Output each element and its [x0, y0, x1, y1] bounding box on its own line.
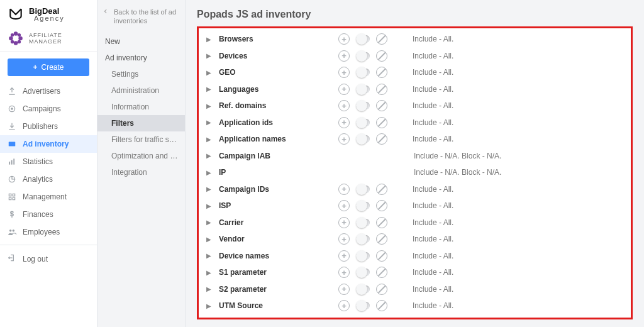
chevron-right-icon: ▶ — [205, 269, 213, 276]
svg-point-20 — [13, 230, 14, 232]
add-icon[interactable]: + — [338, 133, 350, 145]
add-icon[interactable]: + — [338, 200, 350, 211]
secondary-nav: Back to the list of ad inventories NewAd… — [97, 0, 186, 327]
block-icon[interactable] — [376, 300, 387, 311]
add-icon[interactable]: + — [338, 284, 350, 295]
toggle-switch[interactable] — [356, 235, 370, 243]
block-icon[interactable] — [376, 233, 387, 245]
nav-item-ad-inventory[interactable]: Ad inventory — [0, 135, 97, 153]
block-icon[interactable] — [376, 184, 387, 195]
block-icon[interactable] — [376, 33, 387, 45]
nav-item-campaigns[interactable]: Campaigns — [0, 100, 97, 118]
toggle-switch[interactable] — [356, 102, 370, 109]
nav-item-finances[interactable]: Finances — [0, 206, 97, 223]
secondary-item-optimization-and-rules[interactable]: Optimization and rules — [97, 148, 185, 164]
filter-row-isp[interactable]: ▶ISP+Include - All. — [205, 197, 625, 214]
block-icon[interactable] — [376, 200, 387, 211]
filter-row-geo[interactable]: ▶GEO+Include - All. — [205, 64, 625, 81]
filter-status: Include - All. — [413, 118, 453, 127]
chevron-right-icon: ▶ — [205, 186, 213, 192]
block-icon[interactable] — [376, 250, 387, 262]
secondary-item-filters-for-traffic-sour-[interactable]: Filters for traffic sour... — [97, 131, 185, 148]
filter-label: Languages — [213, 85, 338, 94]
secondary-item-information[interactable]: Information — [97, 99, 185, 115]
back-link[interactable]: Back to the list of ad inventories — [97, 5, 185, 33]
svg-point-7 — [18, 40, 21, 43]
toggle-switch[interactable] — [356, 219, 370, 226]
add-icon[interactable]: + — [338, 50, 350, 62]
svg-point-6 — [11, 40, 14, 43]
add-icon[interactable]: + — [338, 217, 350, 228]
toggle-switch[interactable] — [356, 119, 370, 126]
secondary-item-new[interactable]: New — [97, 33, 185, 50]
block-icon[interactable] — [376, 100, 387, 111]
filter-label: Ref. domains — [213, 101, 338, 110]
add-icon[interactable]: + — [338, 117, 350, 128]
block-icon[interactable] — [376, 67, 387, 78]
secondary-item-administration[interactable]: Administration — [97, 82, 185, 99]
filter-label: Campaign IDs — [213, 185, 338, 194]
filter-row-ip[interactable]: ▶IPInclude - N/A. Block - N/A. — [205, 164, 625, 181]
filter-row-application-names[interactable]: ▶Application names+Include - All. — [205, 131, 625, 148]
filter-row-s1-parameter[interactable]: ▶S1 parameter+Include - All. — [205, 264, 625, 281]
toggle-switch[interactable] — [356, 302, 370, 309]
secondary-item-integration[interactable]: Integration — [97, 164, 185, 180]
logout-button[interactable]: Log out — [0, 249, 97, 269]
toggle-switch[interactable] — [356, 86, 370, 93]
add-icon[interactable]: + — [338, 184, 350, 195]
toggle-switch[interactable] — [356, 135, 370, 143]
secondary-item-ad-inventory[interactable]: Ad inventory — [97, 50, 185, 66]
add-icon[interactable]: + — [338, 33, 350, 45]
secondary-item-settings[interactable]: Settings — [97, 66, 185, 82]
svg-point-0 — [14, 31, 18, 36]
block-icon[interactable] — [376, 217, 387, 228]
toggle-switch[interactable] — [356, 252, 370, 260]
filter-row-carrier[interactable]: ▶Carrier+Include - All. — [205, 214, 625, 231]
nav-item-advertisers[interactable]: Advertisers — [0, 82, 97, 100]
add-icon[interactable]: + — [338, 267, 350, 278]
block-icon[interactable] — [376, 117, 387, 128]
secondary-item-filters[interactable]: Filters — [97, 115, 185, 131]
create-button[interactable]: +Create — [8, 58, 89, 76]
toggle-switch[interactable] — [356, 52, 370, 60]
nav-item-statistics[interactable]: Statistics — [0, 153, 97, 170]
block-icon[interactable] — [376, 133, 387, 145]
toggle-switch[interactable] — [356, 285, 370, 293]
nav-item-publishers[interactable]: Publishers — [0, 118, 97, 135]
filter-label: UTM Source — [213, 301, 338, 310]
block-icon[interactable] — [376, 84, 387, 95]
filter-row-browsers[interactable]: ▶Browsers+Include - All. — [205, 31, 625, 48]
filter-row-campaign-ids[interactable]: ▶Campaign IDs+Include - All. — [205, 181, 625, 198]
nav-item-management[interactable]: Management — [0, 188, 97, 206]
add-icon[interactable]: + — [338, 100, 350, 111]
toggle-switch[interactable] — [356, 69, 370, 76]
block-icon[interactable] — [376, 267, 387, 278]
create-button-label: Create — [41, 63, 64, 72]
chevron-right-icon: ▶ — [205, 152, 213, 159]
filter-row-ref-domains[interactable]: ▶Ref. domains+Include - All. — [205, 97, 625, 114]
filter-row-campaign-iab[interactable]: ▶Campaign IABInclude - N/A. Block - N/A. — [205, 148, 625, 165]
toggle-switch[interactable] — [356, 186, 370, 193]
block-icon[interactable] — [376, 50, 387, 62]
filter-row-vendor[interactable]: ▶Vendor+Include - All. — [205, 231, 625, 248]
svg-point-5 — [18, 33, 21, 36]
filter-row-devices[interactable]: ▶Devices+Include - All. — [205, 48, 625, 65]
toggle-switch[interactable] — [356, 202, 370, 209]
filter-row-utm-source[interactable]: ▶UTM Source+Include - All. — [205, 297, 625, 314]
add-icon[interactable]: + — [338, 250, 350, 262]
filter-row-languages[interactable]: ▶Languages+Include - All. — [205, 81, 625, 98]
chevron-right-icon: ▶ — [205, 69, 213, 76]
add-icon[interactable]: + — [338, 84, 350, 95]
filter-row-application-ids[interactable]: ▶Application ids+Include - All. — [205, 114, 625, 131]
add-icon[interactable]: + — [338, 67, 350, 78]
add-icon[interactable]: + — [338, 300, 350, 311]
filter-row-device-names[interactable]: ▶Device names+Include - All. — [205, 248, 625, 265]
toggle-switch[interactable] — [356, 269, 370, 276]
nav-item-employees[interactable]: Employees — [0, 223, 97, 241]
block-icon[interactable] — [376, 284, 387, 295]
filter-row-s2-parameter[interactable]: ▶S2 parameter+Include - All. — [205, 281, 625, 298]
nav-item-analytics[interactable]: Analytics — [0, 170, 97, 188]
filter-label: Carrier — [213, 218, 338, 227]
toggle-switch[interactable] — [356, 35, 370, 43]
add-icon[interactable]: + — [338, 233, 350, 245]
